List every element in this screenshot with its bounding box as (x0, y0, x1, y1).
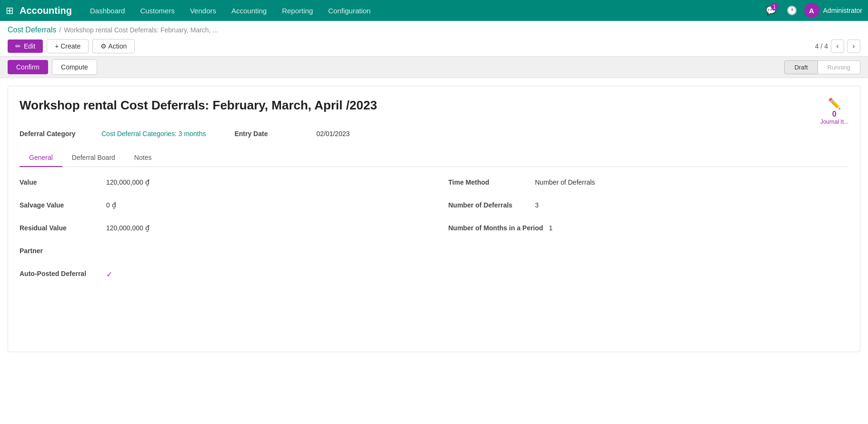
num-months-field: Number of Months in a Period 1 (449, 222, 849, 237)
residual-value-label: Residual Value (20, 222, 100, 232)
topnav-right: 💬 1 🕐 A Administrator (762, 2, 862, 19)
nav-customers[interactable]: Customers (133, 0, 181, 21)
user-label[interactable]: Administrator (823, 7, 862, 14)
num-deferrals-field: Number of Deferrals 3 (449, 199, 849, 215)
residual-value-field: Residual Value 120,000,000 ₫ (20, 222, 420, 237)
avatar[interactable]: A (804, 3, 819, 18)
time-method-value: Number of Deferrals (535, 177, 595, 186)
pager-next-button[interactable]: › (847, 39, 860, 53)
residual-value-value: 120,000,000 ₫ (106, 222, 150, 232)
create-button[interactable]: + Create (47, 39, 89, 53)
main-content: Cost Deferrals / Workshop rental Cost De… (0, 21, 868, 424)
num-deferrals-value: 3 (535, 199, 539, 209)
num-deferrals-label: Number of Deferrals (449, 199, 529, 209)
pager: 4 / 4 ‹ › (815, 39, 860, 53)
clock-button[interactable]: 🕐 (783, 2, 800, 19)
brand-label: Accounting (20, 5, 72, 16)
action-button[interactable]: ⚙ Action (92, 39, 135, 53)
edit-button[interactable]: ✏ Edit (8, 39, 43, 53)
pager-prev-button[interactable]: ‹ (831, 39, 844, 53)
nav-accounting[interactable]: Accounting (225, 0, 273, 21)
auto-posted-field: Auto-Posted Deferral ✓ (20, 268, 420, 283)
toolbar: ✏ Edit + Create ⚙ Action 4 / 4 ‹ › (0, 36, 868, 56)
partner-field: Partner (20, 245, 420, 260)
confirm-button[interactable]: Confirm (8, 60, 48, 74)
deferral-category-value[interactable]: Cost Deferral Categories: 3 months (101, 127, 206, 138)
status-bar: Draft Running (784, 60, 860, 74)
top-navigation: ⊞ Accounting Dashboard Customers Vendors… (0, 0, 868, 21)
general-tab-content: Value 120,000,000 ₫ Salvage Value 0 ₫ Re… (20, 177, 848, 291)
tab-general[interactable]: General (20, 149, 62, 167)
notification-badge: 1 (771, 3, 778, 10)
general-right-col: Time Method Number of Deferrals Number o… (449, 177, 849, 291)
notifications-button[interactable]: 💬 1 (762, 2, 779, 19)
time-method-label: Time Method (449, 177, 529, 186)
tab-deferral-board[interactable]: Deferral Board (62, 149, 125, 167)
header-fields: Deferral Category Cost Deferral Categori… (20, 127, 848, 138)
nav-vendors[interactable]: Vendors (183, 0, 223, 21)
breadcrumb-root[interactable]: Cost Deferrals (8, 26, 56, 34)
deferral-category-label: Deferral Category (20, 127, 96, 138)
value-value: 120,000,000 ₫ (106, 177, 150, 186)
pager-text: 4 / 4 (815, 42, 828, 50)
journal-items-button[interactable]: ✏️ 0 Journal It... (820, 98, 848, 125)
compute-button[interactable]: Compute (52, 59, 97, 75)
breadcrumb-current: Workshop rental Cost Deferrals: February… (64, 26, 218, 34)
tabs: General Deferral Board Notes (20, 149, 848, 167)
edit-icon: ✏ (15, 42, 21, 50)
entry-date-field: Entry Date 02/01/2023 (234, 127, 349, 138)
nav-reporting[interactable]: Reporting (275, 0, 319, 21)
action-bar: Confirm Compute Draft Running (0, 56, 868, 78)
entry-date-value[interactable]: 02/01/2023 (316, 127, 349, 138)
nav-configuration[interactable]: Configuration (321, 0, 377, 21)
status-running[interactable]: Running (818, 60, 860, 74)
tab-notes[interactable]: Notes (125, 149, 161, 167)
entry-date-label: Entry Date (234, 127, 310, 138)
salvage-value-field: Salvage Value 0 ₫ (20, 199, 420, 215)
journal-items-count: 0 (820, 110, 848, 118)
num-months-label: Number of Months in a Period (449, 222, 543, 232)
grid-icon[interactable]: ⊞ (6, 5, 14, 16)
general-left-col: Value 120,000,000 ₫ Salvage Value 0 ₫ Re… (20, 177, 420, 291)
salvage-value-label: Salvage Value (20, 199, 100, 209)
time-method-field: Time Method Number of Deferrals (449, 177, 849, 192)
value-label: Value (20, 177, 100, 186)
breadcrumb: Cost Deferrals / Workshop rental Cost De… (0, 21, 868, 36)
salvage-value-value: 0 ₫ (106, 199, 116, 209)
auto-posted-label: Auto-Posted Deferral (20, 268, 100, 277)
form-title: Workshop rental Cost Deferrals: February… (20, 98, 848, 114)
auto-posted-checkbox[interactable]: ✓ (106, 268, 112, 279)
journal-items-label: Journal It... (820, 118, 848, 125)
partner-label: Partner (20, 245, 100, 255)
breadcrumb-separator: / (59, 26, 61, 34)
num-months-value: 1 (549, 222, 553, 232)
status-draft[interactable]: Draft (784, 60, 818, 74)
deferral-category-field: Deferral Category Cost Deferral Categori… (20, 127, 206, 138)
form-card: ✏️ 0 Journal It... Workshop rental Cost … (8, 86, 860, 352)
value-field: Value 120,000,000 ₫ (20, 177, 420, 192)
pencil-icon: ✏️ (820, 98, 848, 110)
nav-dashboard[interactable]: Dashboard (83, 0, 131, 21)
